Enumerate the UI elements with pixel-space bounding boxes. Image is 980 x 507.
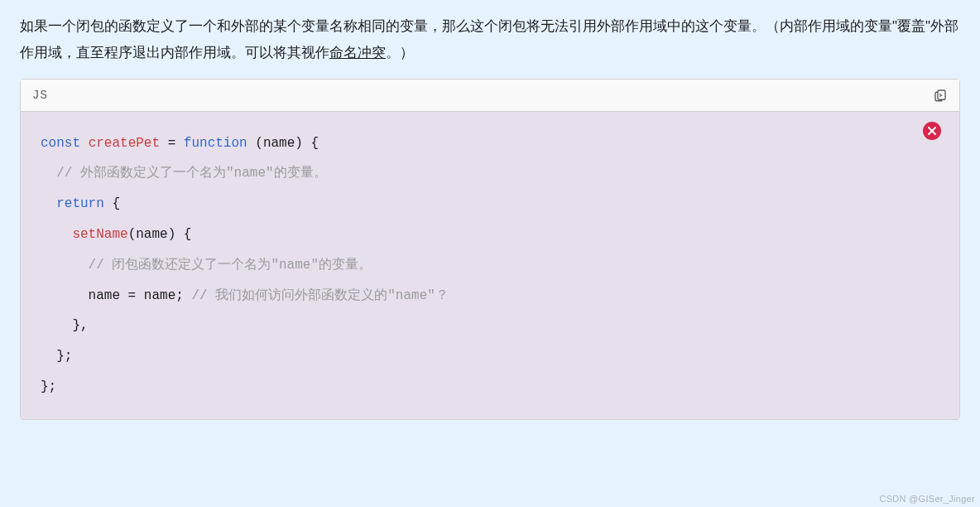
token-keyword: return [56, 196, 104, 211]
token-close: }, [72, 318, 88, 333]
token-method-name: setName [72, 227, 127, 242]
code-body: const createPet = function (name) { // 外… [21, 112, 959, 419]
paragraph-text-2: 。） [386, 45, 414, 60]
token-keyword: const [41, 136, 80, 151]
token-close: }; [56, 349, 72, 364]
token-brace: { [104, 196, 120, 211]
token-signature: (name) { [128, 227, 192, 242]
token-keyword: function [184, 136, 247, 151]
token-comment: // 闭包函数还定义了一个名为"name"的变量。 [89, 258, 372, 273]
token-comment: // 我们如何访问外部函数定义的"name"？ [191, 288, 448, 303]
watermark: CSDN @GISer_Jinger [879, 494, 975, 504]
token-signature: (name) { [247, 136, 319, 151]
token-op: = [160, 136, 184, 151]
language-label: JS [32, 89, 48, 102]
token-close: }; [41, 379, 56, 394]
token-assignment: name = name; [89, 288, 192, 303]
code-header: JS [21, 80, 959, 112]
token-function-name: createPet [89, 136, 160, 151]
error-icon[interactable] [923, 122, 941, 140]
paragraph-text-1: 如果一个闭包的函数定义了一个和外部的某个变量名称相同的变量，那么这个闭包将无法引… [20, 18, 958, 60]
clipboard-icon[interactable] [933, 88, 948, 103]
token-comment: // 外部函数定义了一个名为"name"的变量。 [56, 166, 326, 181]
naming-conflict-link[interactable]: 命名冲突 [329, 45, 386, 60]
code-block: JS const createPet = function (name) { /… [20, 79, 960, 420]
explanatory-paragraph: 如果一个闭包的函数定义了一个和外部的某个变量名称相同的变量，那么这个闭包将无法引… [0, 0, 980, 79]
